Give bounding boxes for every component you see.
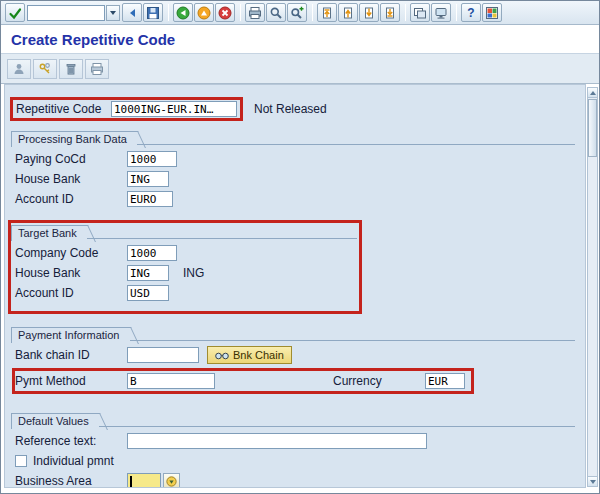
target-bank-title: Target Bank: [11, 225, 87, 241]
first-page-icon: [320, 6, 334, 20]
scroll-up-button[interactable]: [588, 88, 597, 98]
exit-button[interactable]: [194, 3, 214, 22]
command-field-input[interactable]: [27, 5, 105, 21]
house-bank-label: House Bank: [15, 172, 127, 186]
payment-information-title: Payment Information: [11, 327, 130, 343]
page-title: Create Repetitive Code: [11, 31, 599, 48]
vertical-scrollbar[interactable]: [587, 87, 598, 487]
group-header: Processing Bank Data: [11, 129, 575, 145]
processing-bank-title: Processing Bank Data: [11, 131, 137, 147]
target-house-bank-label: House Bank: [15, 266, 127, 280]
target-house-bank-row: House Bank ING: [15, 263, 359, 283]
last-page-icon: [383, 6, 397, 20]
keys-icon: [38, 62, 52, 76]
target-house-bank-input[interactable]: [127, 265, 169, 281]
command-history-button[interactable]: [106, 5, 120, 21]
individual-pmnt-row: Individual pmnt: [15, 451, 577, 471]
bank-chain-label: Bank chain ID: [15, 348, 127, 362]
release-status-text: Not Released: [254, 102, 327, 116]
individual-pmnt-label: Individual pmnt: [33, 454, 114, 468]
account-id-row: Account ID: [15, 189, 577, 209]
new-session-button[interactable]: [410, 3, 430, 22]
repetitive-code-input[interactable]: [111, 101, 237, 117]
scroll-up-icon: [590, 91, 596, 95]
account-id-label: Account ID: [15, 192, 127, 206]
customize-layout-icon: [485, 6, 499, 20]
trash-icon: [64, 62, 78, 76]
printer-button[interactable]: [85, 59, 109, 79]
help-icon: ?: [467, 6, 474, 20]
scrollbar-thumb[interactable]: [588, 99, 597, 157]
house-bank-row: House Bank: [15, 169, 577, 189]
next-page-button[interactable]: [359, 3, 379, 22]
house-bank-description: ING: [183, 266, 204, 280]
back-icon: [176, 6, 190, 20]
currency-input[interactable]: [425, 373, 465, 389]
find-next-icon: [290, 6, 304, 20]
reference-text-input[interactable]: [127, 433, 427, 449]
back-button[interactable]: [173, 3, 193, 22]
individual-pmnt-checkbox[interactable]: [15, 455, 27, 467]
create-shortcut-button[interactable]: [431, 3, 451, 22]
possible-entries-icon: [165, 475, 178, 488]
bnk-chain-button-label: Bnk Chain: [233, 349, 284, 361]
new-session-icon: [413, 6, 427, 20]
previous-page-button[interactable]: [338, 3, 358, 22]
find-next-button[interactable]: [287, 3, 307, 22]
reference-text-row: Reference text:: [15, 431, 577, 451]
glasses-icon: [215, 351, 229, 360]
business-area-input[interactable]: [127, 473, 161, 488]
toolbar-separator: [240, 4, 241, 21]
cancel-button[interactable]: [215, 3, 235, 22]
chevron-left-icon: [130, 9, 135, 17]
enter-button[interactable]: [5, 3, 25, 22]
group-header: Payment Information: [11, 325, 575, 341]
account-id-input[interactable]: [127, 191, 173, 207]
scroll-down-icon: [590, 480, 596, 484]
check-icon: [8, 6, 22, 20]
find-button[interactable]: [266, 3, 286, 22]
target-bank-group: Target Bank Company Code House Bank ING …: [11, 223, 359, 311]
house-bank-input[interactable]: [127, 171, 169, 187]
help-button[interactable]: ?: [461, 3, 481, 22]
toolbar-separator: [456, 4, 457, 21]
business-area-label: Business Area: [15, 474, 127, 488]
print-button[interactable]: [245, 3, 265, 22]
scroll-down-button[interactable]: [588, 476, 597, 486]
title-bar: Create Repetitive Code: [1, 25, 599, 54]
save-button[interactable]: [143, 3, 163, 22]
currency-label: Currency: [333, 374, 425, 388]
company-code-row: Company Code: [15, 243, 359, 263]
target-account-id-input[interactable]: [127, 285, 169, 301]
annotation-repetitive-code: Repetitive Code: [13, 100, 240, 118]
group-header: Default Values: [11, 411, 575, 427]
keys-button[interactable]: [33, 59, 57, 79]
person-button[interactable]: [7, 59, 31, 79]
printer-icon: [90, 62, 104, 76]
find-icon: [269, 6, 283, 20]
matchcode-button[interactable]: [163, 473, 180, 489]
bank-chain-input[interactable]: [127, 347, 199, 363]
application-toolbar: [1, 54, 599, 84]
cancel-icon: [218, 6, 232, 20]
target-account-id-row: Account ID: [15, 283, 359, 303]
company-code-input[interactable]: [127, 245, 177, 261]
customize-layout-button[interactable]: [482, 3, 502, 22]
system-toolbar: ?: [1, 1, 599, 25]
last-page-button[interactable]: [380, 3, 400, 22]
collapse-command-button[interactable]: [122, 3, 142, 22]
trash-button[interactable]: [59, 59, 83, 79]
group-header: Target Bank: [11, 223, 357, 239]
paying-cocd-input[interactable]: [127, 151, 177, 167]
toolbar-separator: [312, 4, 313, 21]
default-values-group: Default Values Reference text: Individua…: [11, 411, 577, 488]
bnk-chain-button[interactable]: Bnk Chain: [207, 346, 292, 364]
annotation-pymt-method-row: Pymt Method Currency: [15, 371, 471, 391]
text-cursor: [130, 476, 132, 487]
print-icon: [248, 6, 262, 20]
bank-chain-row: Bank chain ID Bnk Chain: [15, 345, 577, 365]
first-page-button[interactable]: [317, 3, 337, 22]
pymt-method-input[interactable]: [127, 373, 215, 389]
create-shortcut-icon: [434, 6, 448, 20]
pymt-method-label: Pymt Method: [15, 374, 127, 388]
